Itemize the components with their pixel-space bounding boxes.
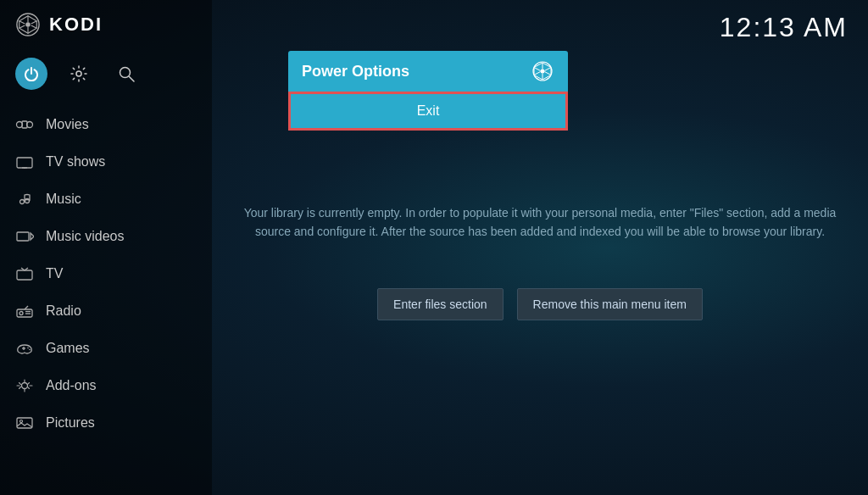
kodi-logo-icon bbox=[15, 12, 41, 37]
sidebar-item-music[interactable]: Music bbox=[0, 181, 212, 217]
addons-label: Add-ons bbox=[46, 378, 97, 393]
exit-button[interactable]: Exit bbox=[288, 92, 568, 131]
movies-label: Movies bbox=[46, 117, 89, 132]
settings-button[interactable] bbox=[63, 58, 95, 90]
radio-icon bbox=[15, 302, 34, 320]
music-icon bbox=[15, 190, 34, 209]
music-videos-icon bbox=[15, 227, 34, 246]
music-label: Music bbox=[46, 192, 81, 207]
svg-point-18 bbox=[20, 200, 25, 204]
tv-icon bbox=[15, 264, 34, 283]
search-button[interactable] bbox=[110, 58, 142, 90]
music-videos-label: Music videos bbox=[46, 229, 124, 244]
sidebar-item-games[interactable]: Games bbox=[0, 331, 212, 366]
svg-line-7 bbox=[19, 25, 25, 28]
games-label: Games bbox=[46, 341, 90, 356]
tv-label: TV bbox=[46, 266, 63, 281]
svg-line-8 bbox=[19, 21, 25, 24]
svg-point-2 bbox=[25, 22, 31, 27]
svg-rect-22 bbox=[17, 270, 32, 280]
app-title: KODI bbox=[49, 14, 103, 36]
sidebar-item-movies[interactable]: Movies bbox=[0, 107, 212, 142]
movies-icon bbox=[15, 115, 34, 134]
clock: 12:13 AM bbox=[720, 12, 848, 43]
svg-point-10 bbox=[120, 68, 131, 78]
sidebar-item-addons[interactable]: Add-ons bbox=[0, 368, 212, 403]
sidebar-nav: Movies TV shows Music bbox=[0, 103, 212, 444]
svg-marker-21 bbox=[31, 233, 34, 240]
tvshows-icon bbox=[15, 153, 34, 171]
addons-icon bbox=[15, 376, 34, 395]
sidebar-item-pictures[interactable]: Pictures bbox=[0, 405, 212, 441]
svg-line-42 bbox=[545, 72, 551, 75]
svg-rect-20 bbox=[17, 232, 29, 241]
pictures-icon bbox=[15, 414, 34, 432]
sidebar-item-tvshows[interactable]: TV shows bbox=[0, 144, 212, 180]
remove-menu-item-button[interactable]: Remove this main menu item bbox=[517, 288, 703, 320]
svg-line-5 bbox=[31, 25, 37, 28]
pictures-label: Pictures bbox=[46, 415, 95, 431]
svg-line-45 bbox=[534, 68, 540, 71]
svg-line-41 bbox=[545, 68, 551, 71]
games-icon bbox=[15, 339, 34, 358]
library-empty-message: Your library is currently empty. In orde… bbox=[229, 203, 851, 242]
power-dialog-kodi-icon bbox=[531, 59, 554, 83]
svg-line-4 bbox=[31, 21, 37, 24]
sidebar-item-music-videos[interactable]: Music videos bbox=[0, 219, 212, 254]
svg-point-39 bbox=[541, 70, 545, 74]
power-dialog-body: Exit bbox=[288, 92, 568, 131]
svg-point-26 bbox=[19, 312, 23, 315]
tvshows-label: TV shows bbox=[46, 154, 105, 170]
sidebar-item-tv[interactable]: TV bbox=[0, 256, 212, 292]
svg-line-11 bbox=[130, 77, 135, 82]
power-button[interactable] bbox=[15, 58, 47, 90]
sidebar: KODI bbox=[0, 0, 212, 495]
svg-point-33 bbox=[29, 349, 31, 351]
svg-rect-15 bbox=[17, 158, 32, 168]
svg-point-32 bbox=[27, 348, 29, 349]
power-dialog-header: Power Options bbox=[288, 51, 568, 92]
power-dialog-title: Power Options bbox=[302, 63, 409, 81]
svg-rect-35 bbox=[17, 418, 32, 428]
svg-line-44 bbox=[534, 72, 540, 75]
radio-label: Radio bbox=[46, 303, 81, 319]
sidebar-controls bbox=[0, 49, 212, 103]
svg-point-34 bbox=[22, 383, 28, 389]
svg-point-36 bbox=[20, 420, 23, 423]
power-options-dialog: Power Options Exit bbox=[288, 51, 568, 131]
sidebar-item-radio[interactable]: Radio bbox=[0, 293, 212, 329]
enter-files-button[interactable]: Enter files section bbox=[377, 288, 504, 320]
svg-point-9 bbox=[76, 71, 81, 76]
library-action-buttons: Enter files section Remove this main men… bbox=[229, 288, 851, 320]
library-message-text: Your library is currently empty. In orde… bbox=[229, 203, 851, 242]
sidebar-header: KODI bbox=[0, 0, 212, 49]
